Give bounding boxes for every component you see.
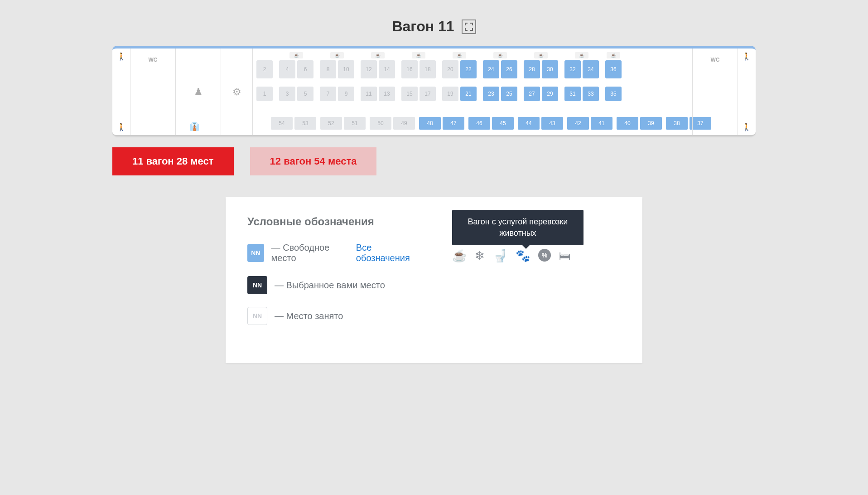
seat-23[interactable]: 23 — [483, 87, 499, 101]
amenities-row: ☕ ❄ 🚽 🐾 % 🛏 — [452, 249, 621, 263]
gear-icon: ⚙ — [232, 86, 241, 98]
wardrobe-icon: 👔 — [189, 121, 199, 131]
seat-29[interactable]: 29 — [542, 87, 558, 101]
seat-15: 15 — [401, 87, 418, 101]
legend-heading: Условные обозначения — [247, 215, 416, 228]
attendant-icon: ♟ — [194, 86, 203, 98]
seat-54: 54 — [271, 117, 293, 130]
swatch-available: NN — [247, 244, 264, 262]
compartment: ☕12111413 — [361, 54, 395, 99]
table-icon: ☕ — [575, 52, 588, 58]
attendant-zone: ♟ 👔 — [176, 49, 221, 135]
compartment: ☕32313433 — [564, 54, 599, 99]
legend-selected-label: — Выбранное вами место — [275, 280, 385, 291]
all-legend-link[interactable]: Все обозначения — [356, 243, 416, 263]
seat-21[interactable]: 21 — [460, 87, 477, 101]
side-pair: 4847 — [419, 117, 464, 130]
tab-car-11[interactable]: 11 вагон 28 мест — [112, 147, 234, 175]
car-title: Вагон 11 — [392, 18, 454, 35]
side-pair: 5049 — [370, 117, 415, 130]
seat-19: 19 — [442, 87, 458, 101]
seat-27[interactable]: 27 — [524, 87, 540, 101]
seat-18: 18 — [420, 60, 436, 78]
side-pair: 4443 — [518, 117, 563, 130]
exit-icon: 🚶 — [742, 52, 751, 61]
tab-car-12[interactable]: 12 вагон 54 места — [250, 147, 377, 175]
side-pair: 4241 — [567, 117, 612, 130]
expand-button[interactable] — [462, 19, 476, 34]
car-tabs: 11 вагон 28 мест 12 вагон 54 места — [112, 147, 756, 175]
compartment: ☕4365 — [279, 54, 313, 99]
table-icon: ☕ — [412, 52, 425, 58]
seat-32[interactable]: 32 — [564, 60, 581, 78]
seat-42[interactable]: 42 — [567, 117, 589, 130]
table-icon: ☕ — [607, 52, 620, 58]
seat-35[interactable]: 35 — [605, 87, 622, 101]
seat-52: 52 — [320, 117, 342, 130]
seat-22[interactable]: 22 — [460, 60, 477, 78]
seat-7: 7 — [320, 87, 336, 101]
seat-38[interactable]: 38 — [666, 117, 688, 130]
pets-icon[interactable]: 🐾 — [516, 249, 530, 263]
car-layout: 🚶 🚶 WC ♟ 👔 ⚙ 21☕4365☕87109☕12111413☕1615… — [112, 46, 756, 136]
seat-10: 10 — [338, 60, 354, 78]
seat-47[interactable]: 47 — [443, 117, 464, 130]
seat-40[interactable]: 40 — [617, 117, 638, 130]
seat-20: 20 — [442, 60, 458, 78]
side-pair: 5251 — [320, 117, 366, 130]
legend-free-label: — Свободное место — [271, 243, 342, 263]
seat-33[interactable]: 33 — [583, 87, 599, 101]
seat-14: 14 — [379, 60, 395, 78]
seat-51: 51 — [344, 117, 366, 130]
seat-49: 49 — [393, 117, 415, 130]
seat-11: 11 — [361, 87, 377, 101]
table-icon: ☕ — [534, 52, 548, 58]
expand-icon — [465, 23, 473, 31]
hot-drink-icon[interactable]: ☕ — [452, 249, 467, 263]
compartment: ☕20192221 — [442, 54, 477, 99]
seat-3: 3 — [279, 87, 295, 101]
seat-43[interactable]: 43 — [541, 117, 563, 130]
seat-44[interactable]: 44 — [518, 117, 540, 130]
legend-occupied-label: — Место занято — [275, 311, 343, 321]
seat-39[interactable]: 39 — [640, 117, 662, 130]
bedding-icon[interactable]: 🛏 — [559, 249, 571, 263]
seat-13: 13 — [379, 87, 395, 101]
seat-48[interactable]: 48 — [419, 117, 441, 130]
seating-zone: 21☕4365☕87109☕12111413☕16151817☕20192221… — [253, 49, 692, 135]
exit-icon: 🚶 — [117, 123, 126, 131]
seat-24[interactable]: 24 — [483, 60, 499, 78]
swatch-selected: NN — [247, 276, 267, 294]
side-pair: 4039 — [617, 117, 662, 130]
ac-icon[interactable]: ❄ — [475, 249, 485, 263]
seat-5: 5 — [297, 87, 313, 101]
seat-41[interactable]: 41 — [591, 117, 612, 130]
seat-53: 53 — [294, 117, 316, 130]
swatch-occupied: NN — [247, 307, 267, 325]
discount-icon[interactable]: % — [538, 249, 551, 262]
seat-31[interactable]: 31 — [564, 87, 581, 101]
table-icon: ☕ — [330, 52, 344, 58]
side-pair: 4645 — [468, 117, 514, 130]
exit-icon: 🚶 — [117, 52, 126, 61]
seat-12: 12 — [361, 60, 377, 78]
seat-26[interactable]: 26 — [501, 60, 517, 78]
seat-46[interactable]: 46 — [468, 117, 490, 130]
seat-17: 17 — [420, 87, 436, 101]
seat-28[interactable]: 28 — [524, 60, 540, 78]
seat-34[interactable]: 34 — [583, 60, 599, 78]
seat-36[interactable]: 36 — [605, 60, 622, 78]
wc-zone-right: WC — [692, 49, 738, 135]
seat-45[interactable]: 45 — [492, 117, 514, 130]
wc-icon[interactable]: 🚽 — [493, 249, 507, 263]
seat-9: 9 — [338, 87, 354, 101]
table-icon: ☕ — [453, 52, 466, 58]
compartment: ☕87109 — [320, 54, 354, 99]
seat-25[interactable]: 25 — [501, 87, 517, 101]
legend-panel: Условные обозначения NN — Свободное мест… — [226, 197, 642, 363]
seat-30[interactable]: 30 — [542, 60, 558, 78]
compartment: 21 — [256, 54, 273, 99]
table-icon: ☕ — [289, 52, 303, 58]
seat-4: 4 — [279, 60, 295, 78]
seat-1: 1 — [256, 87, 273, 101]
